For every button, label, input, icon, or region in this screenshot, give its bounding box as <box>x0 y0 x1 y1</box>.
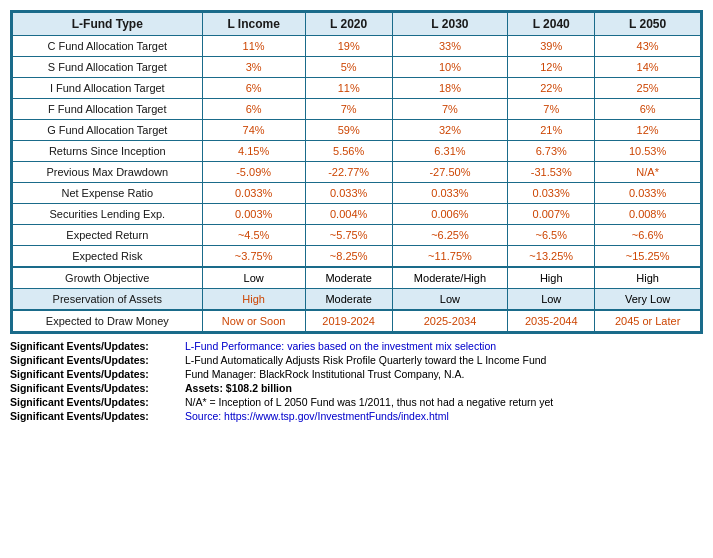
data-cell: N/A* <box>595 162 701 183</box>
preservation-cell: Moderate <box>305 289 392 311</box>
data-cell: ~3.75% <box>202 246 305 268</box>
significant-event-row: Significant Events/Updates:N/A* = Incept… <box>10 396 703 408</box>
data-cell: -31.53% <box>508 162 595 183</box>
data-cell: 7% <box>392 99 508 120</box>
col-header-fund-type: L-Fund Type <box>13 13 203 36</box>
significant-event-row: Significant Events/Updates:Source: https… <box>10 410 703 422</box>
row-label: Expected Return <box>13 225 203 246</box>
data-cell: 12% <box>595 120 701 141</box>
row-label: Expected Risk <box>13 246 203 268</box>
col-header-l2030: L 2030 <box>392 13 508 36</box>
table-row: F Fund Allocation Target6%7%7%7%6% <box>13 99 701 120</box>
preservation-label: Preservation of Assets <box>13 289 203 311</box>
data-cell: 22% <box>508 78 595 99</box>
table-row: Expected Risk~3.75%~8.25%~11.75%~13.25%~… <box>13 246 701 268</box>
data-cell: ~11.75% <box>392 246 508 268</box>
table-row: G Fund Allocation Target74%59%32%21%12% <box>13 120 701 141</box>
data-cell: 74% <box>202 120 305 141</box>
data-cell: 25% <box>595 78 701 99</box>
sig-value: Source: https://www.tsp.gov/InvestmentFu… <box>185 410 449 422</box>
data-cell: 33% <box>392 36 508 57</box>
data-cell: 0.003% <box>202 204 305 225</box>
table-row: S Fund Allocation Target3%5%10%12%14% <box>13 57 701 78</box>
row-label: Net Expense Ratio <box>13 183 203 204</box>
sig-label: Significant Events/Updates: <box>10 340 185 352</box>
sig-value: N/A* = Inception of L 2050 Fund was 1/20… <box>185 396 553 408</box>
data-cell: 6% <box>202 78 305 99</box>
row-label: C Fund Allocation Target <box>13 36 203 57</box>
table-row: Previous Max Drawdown-5.09%-22.77%-27.50… <box>13 162 701 183</box>
data-cell: ~13.25% <box>508 246 595 268</box>
expected-draw-cell: 2019-2024 <box>305 310 392 332</box>
row-label: G Fund Allocation Target <box>13 120 203 141</box>
row-label: F Fund Allocation Target <box>13 99 203 120</box>
data-cell: 14% <box>595 57 701 78</box>
data-cell: 11% <box>305 78 392 99</box>
expected-draw-cell: 2025-2034 <box>392 310 508 332</box>
data-cell: 18% <box>392 78 508 99</box>
table-body: C Fund Allocation Target11%19%33%39%43%S… <box>13 36 701 332</box>
row-label: I Fund Allocation Target <box>13 78 203 99</box>
expected-draw-label: Expected to Draw Money <box>13 310 203 332</box>
data-cell: ~6.5% <box>508 225 595 246</box>
expected-draw-cell: Now or Soon <box>202 310 305 332</box>
data-cell: 6.73% <box>508 141 595 162</box>
data-cell: -27.50% <box>392 162 508 183</box>
sig-value: L-Fund Automatically Adjusts Risk Profil… <box>185 354 546 366</box>
table-row: Expected Return~4.5%~5.75%~6.25%~6.5%~6.… <box>13 225 701 246</box>
data-cell: 0.033% <box>202 183 305 204</box>
data-cell: 21% <box>508 120 595 141</box>
col-header-l2050: L 2050 <box>595 13 701 36</box>
table-row: Securities Lending Exp.0.003%0.004%0.006… <box>13 204 701 225</box>
sig-label: Significant Events/Updates: <box>10 354 185 366</box>
data-cell: 0.033% <box>392 183 508 204</box>
row-label: Securities Lending Exp. <box>13 204 203 225</box>
data-cell: 5% <box>305 57 392 78</box>
table-row: I Fund Allocation Target6%11%18%22%25% <box>13 78 701 99</box>
data-cell: 32% <box>392 120 508 141</box>
preservation-cell: Very Low <box>595 289 701 311</box>
growth-cell: Moderate <box>305 267 392 289</box>
data-cell: 6% <box>202 99 305 120</box>
l-fund-table: L-Fund Type L Income L 2020 L 2030 L 204… <box>12 12 701 332</box>
sig-label: Significant Events/Updates: <box>10 410 185 422</box>
table-row: C Fund Allocation Target11%19%33%39%43% <box>13 36 701 57</box>
col-header-l2040: L 2040 <box>508 13 595 36</box>
preservation-cell: Low <box>508 289 595 311</box>
sig-value: Assets: $108.2 billion <box>185 382 292 394</box>
data-cell: 39% <box>508 36 595 57</box>
significant-event-row: Significant Events/Updates:L-Fund Automa… <box>10 354 703 366</box>
data-cell: ~6.6% <box>595 225 701 246</box>
data-cell: 0.004% <box>305 204 392 225</box>
data-cell: -22.77% <box>305 162 392 183</box>
row-label: Returns Since Inception <box>13 141 203 162</box>
data-cell: ~6.25% <box>392 225 508 246</box>
data-cell: 12% <box>508 57 595 78</box>
row-label: S Fund Allocation Target <box>13 57 203 78</box>
data-cell: 7% <box>305 99 392 120</box>
data-cell: 43% <box>595 36 701 57</box>
data-cell: ~15.25% <box>595 246 701 268</box>
data-cell: 0.008% <box>595 204 701 225</box>
growth-cell: Moderate/High <box>392 267 508 289</box>
sig-label: Significant Events/Updates: <box>10 368 185 380</box>
sig-value: Fund Manager: BlackRock Institutional Tr… <box>185 368 464 380</box>
expected-draw-cell: 2045 or Later <box>595 310 701 332</box>
table-row: Net Expense Ratio0.033%0.033%0.033%0.033… <box>13 183 701 204</box>
significant-event-row: Significant Events/Updates:L-Fund Perfor… <box>10 340 703 352</box>
data-cell: 59% <box>305 120 392 141</box>
growth-cell: Low <box>202 267 305 289</box>
data-cell: 11% <box>202 36 305 57</box>
growth-cell: High <box>595 267 701 289</box>
data-cell: 6.31% <box>392 141 508 162</box>
sig-label: Significant Events/Updates: <box>10 396 185 408</box>
data-cell: 0.033% <box>508 183 595 204</box>
data-cell: 0.006% <box>392 204 508 225</box>
data-cell: 0.033% <box>305 183 392 204</box>
data-cell: -5.09% <box>202 162 305 183</box>
data-cell: 0.007% <box>508 204 595 225</box>
sig-label: Significant Events/Updates: <box>10 382 185 394</box>
data-cell: ~5.75% <box>305 225 392 246</box>
data-cell: 10.53% <box>595 141 701 162</box>
expected-draw-row: Expected to Draw MoneyNow or Soon2019-20… <box>13 310 701 332</box>
